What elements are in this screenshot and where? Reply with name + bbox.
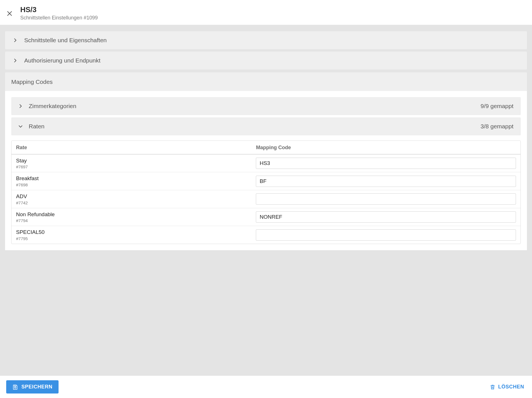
page-subtitle: Schnittstellen Einstellungen #1099 bbox=[20, 15, 98, 21]
panel-label: Schnittstelle und Eigenschaften bbox=[24, 37, 107, 44]
close-icon[interactable] bbox=[7, 10, 12, 16]
table-row: ADV#7742 bbox=[12, 190, 520, 208]
subpanel-label: Raten bbox=[29, 123, 474, 130]
dialog-footer: SPEICHERN LÖSCHEN bbox=[0, 375, 532, 398]
save-button[interactable]: SPEICHERN bbox=[6, 380, 59, 393]
mapping-code-input[interactable] bbox=[256, 211, 516, 223]
delete-label: LÖSCHEN bbox=[498, 384, 524, 390]
rate-name: Breakfast bbox=[16, 175, 256, 182]
svg-point-0 bbox=[15, 387, 16, 388]
save-icon bbox=[12, 384, 18, 390]
table-row: Stay#7697 bbox=[12, 155, 520, 172]
subpanel-rates[interactable]: Raten 3/8 gemappt bbox=[11, 117, 521, 135]
rate-id: #7742 bbox=[16, 200, 256, 205]
subpanel-label: Zimmerkategorien bbox=[29, 103, 474, 109]
chevron-right-icon bbox=[13, 38, 17, 42]
rate-name: Non Refundable bbox=[16, 211, 256, 218]
rate-id: #7698 bbox=[16, 182, 256, 187]
table-row: SPECIAL50#7795 bbox=[12, 226, 520, 244]
rate-id: #7794 bbox=[16, 218, 256, 223]
col-header-code: Mapping Code bbox=[256, 145, 516, 151]
table-row: Breakfast#7698 bbox=[12, 172, 520, 190]
rate-name: ADV bbox=[16, 193, 256, 200]
dialog-header: HS/3 Schnittstellen Einstellungen #1099 bbox=[0, 0, 532, 25]
page-title: HS/3 bbox=[20, 5, 98, 14]
section-title: Mapping Codes bbox=[5, 72, 527, 91]
panel-auth-endpoint[interactable]: Authorisierung und Endpunkt bbox=[5, 52, 527, 70]
chevron-right-icon bbox=[13, 59, 17, 62]
rate-id: #7795 bbox=[16, 236, 256, 241]
chevron-down-icon bbox=[19, 124, 23, 128]
mapping-code-input[interactable] bbox=[256, 158, 516, 169]
mapping-codes-section: Mapping Codes Zimmerkategorien 9/9 gemap… bbox=[5, 72, 527, 250]
panel-interface-properties[interactable]: Schnittstelle und Eigenschaften bbox=[5, 31, 527, 49]
mapping-code-input[interactable] bbox=[256, 176, 516, 187]
delete-button[interactable]: LÖSCHEN bbox=[490, 384, 524, 390]
rate-id: #7697 bbox=[16, 164, 256, 169]
mapping-code-input[interactable] bbox=[256, 229, 516, 241]
rate-name: Stay bbox=[16, 157, 256, 164]
chevron-right-icon bbox=[19, 104, 23, 108]
mapping-code-input[interactable] bbox=[256, 193, 516, 205]
col-header-rate: Rate bbox=[16, 145, 256, 151]
mapped-count-badge: 3/8 gemappt bbox=[480, 123, 513, 130]
rate-name: SPECIAL50 bbox=[16, 229, 256, 236]
mapped-count-badge: 9/9 gemappt bbox=[480, 103, 513, 109]
trash-icon bbox=[490, 384, 495, 390]
save-label: SPEICHERN bbox=[21, 384, 52, 390]
table-row: Non Refundable#7794 bbox=[12, 208, 520, 226]
subpanel-room-categories[interactable]: Zimmerkategorien 9/9 gemappt bbox=[11, 97, 521, 115]
panel-label: Authorisierung und Endpunkt bbox=[24, 57, 100, 64]
rates-table: Rate Mapping Code Stay#7697Breakfast#769… bbox=[11, 140, 521, 244]
